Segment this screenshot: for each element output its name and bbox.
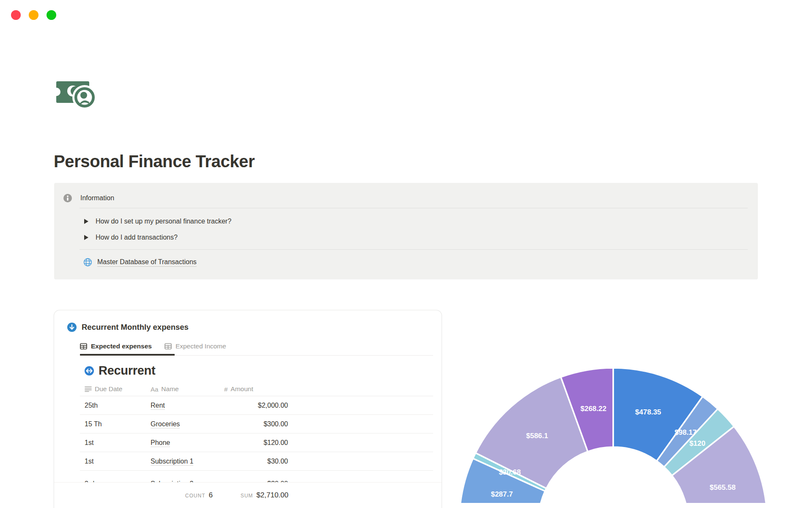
title-icon: Aa	[151, 386, 158, 393]
segment-value-label: $30.68	[499, 468, 521, 476]
view-tabs: Expected expenses Expected Income	[80, 341, 226, 351]
page-icon-money[interactable]	[55, 77, 100, 111]
master-database-link[interactable]: Master Database of Transactions	[83, 257, 197, 267]
info-icon	[63, 194, 72, 202]
table-row[interactable]: 1st Subscription 1 $30.00	[80, 452, 433, 471]
select-lines-icon	[85, 386, 92, 392]
segment-value-label: $120	[689, 439, 705, 447]
segment-value-label: $565.58	[710, 483, 735, 491]
table-row[interactable]: 25th Rent $2,000.00	[80, 396, 433, 415]
card-title: Recurrent Monthly expenses	[82, 323, 189, 332]
tab-expected-income[interactable]: Expected Income	[165, 341, 226, 351]
number-icon: #	[224, 386, 228, 393]
linked-database-header[interactable]: Recurrent	[85, 364, 155, 378]
sum-aggregation[interactable]: SUM $2,710.00	[241, 491, 288, 500]
card-header: Recurrent Monthly expenses	[67, 323, 189, 332]
callout-divider	[80, 208, 748, 208]
table-view-icon	[165, 343, 172, 350]
table-aggregation-footer: COUNT 6 SUM $2,710.00	[54, 482, 442, 508]
dollar-banknote-icon	[55, 77, 100, 111]
callout-divider	[80, 249, 748, 250]
toggle-triangle-icon[interactable]	[84, 219, 88, 224]
count-aggregation[interactable]: COUNT 6	[185, 491, 213, 500]
tab-bar-divider	[80, 355, 433, 356]
callout-title: Information	[80, 194, 114, 202]
linked-database-arrows-icon	[85, 366, 94, 375]
segment-value-label: $98.17	[675, 428, 697, 436]
page-link: Subscription 1	[151, 458, 193, 466]
expenses-donut-chart[interactable]: $287.7$30.68$586.1$268.22$478.35$98.17$1…	[457, 364, 770, 503]
tab-expected-expenses[interactable]: Expected expenses	[80, 341, 152, 351]
donut-chart-svg: $287.7$30.68$586.1$268.22$478.35$98.17$1…	[457, 364, 770, 503]
table-header-row: Due Date Aa Name # Amount	[85, 385, 253, 393]
page-link: Groceries	[151, 420, 180, 429]
page-link: Phone	[151, 439, 170, 447]
information-callout: Information How do I set up my personal …	[54, 183, 758, 279]
toggle-setup-question[interactable]: How do I set up my personal finance trac…	[84, 216, 231, 227]
column-header-name[interactable]: Aa Name	[151, 385, 224, 393]
toggle-triangle-icon[interactable]	[84, 235, 88, 240]
zoom-button[interactable]	[47, 10, 56, 20]
toggle-add-transactions-question[interactable]: How do I add transactions?	[84, 232, 178, 243]
recurrent-expenses-card: Recurrent Monthly expenses Expected expe…	[54, 310, 442, 508]
table-row[interactable]: 15 Th Groceries $300.00	[80, 415, 433, 433]
segment-value-label: $268.22	[580, 405, 606, 413]
window-controls	[11, 10, 56, 20]
circle-down-arrow-icon	[67, 323, 77, 332]
segment-value-label: $287.7	[491, 490, 513, 498]
page-title[interactable]: Personal Finance Tracker	[54, 152, 255, 171]
table-body: 25th Rent $2,000.00 15 Th Groceries $300…	[80, 396, 433, 493]
minimize-button[interactable]	[29, 10, 38, 20]
callout-header: Information	[63, 194, 114, 202]
globe-icon	[83, 257, 93, 267]
table-view-icon	[80, 343, 87, 350]
page-link: Rent	[151, 402, 165, 410]
database-title: Recurrent	[99, 364, 155, 378]
segment-value-label: $478.35	[635, 408, 661, 416]
segment-value-label: $586.1	[526, 432, 548, 440]
table-row[interactable]: 1st Phone $120.00	[80, 433, 433, 452]
column-header-amount[interactable]: # Amount	[224, 385, 253, 393]
column-header-due-date[interactable]: Due Date	[85, 385, 151, 393]
close-button[interactable]	[11, 10, 21, 20]
